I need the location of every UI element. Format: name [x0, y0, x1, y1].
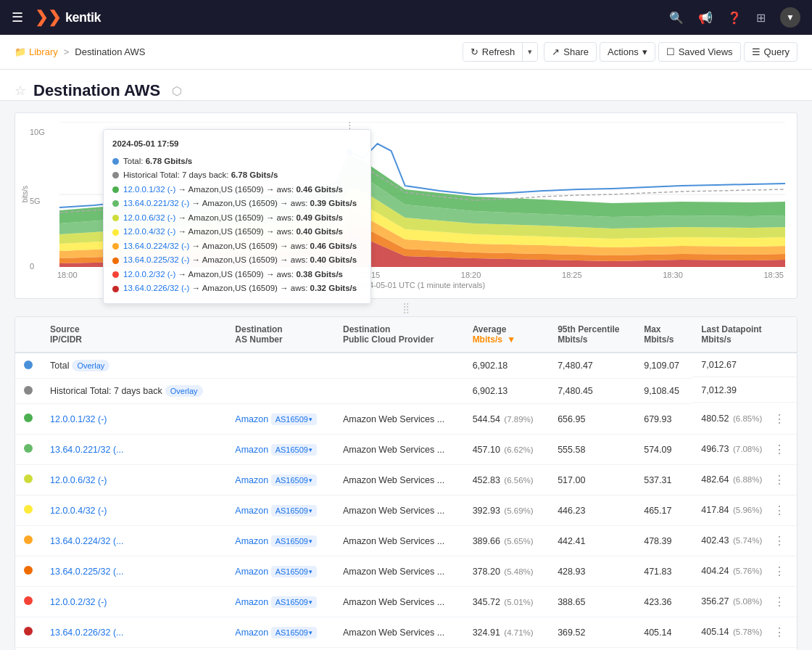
row-source: 12.0.0.4/32 (-)	[41, 495, 226, 526]
table-header-row: SourceIP/CIDR DestinationAS Number Desti…	[15, 317, 797, 353]
as-badge[interactable]: AS16509 ▾	[271, 505, 317, 517]
row-avg: 457.10 (6.62%)	[464, 435, 550, 465]
page-header: ☆ Destination AWS ⬡	[0, 70, 812, 101]
row-dest-provider	[334, 379, 464, 404]
tooltip-timestamp: 2024-05-01 17:59	[112, 137, 362, 152]
dest-as-link[interactable]: Amazon	[235, 536, 268, 546]
row-source: 13.64.0.224/32 (...	[41, 526, 226, 556]
search-icon[interactable]: 🔍	[669, 11, 684, 25]
as-badge[interactable]: AS16509 ▾	[271, 627, 317, 638]
dest-as-link[interactable]: Amazon	[235, 628, 268, 638]
actions-button[interactable]: Actions ▾	[600, 42, 655, 62]
actions-label: Actions	[608, 46, 639, 57]
tooltip-link-6[interactable]: 13.64.0.225/32 (-)	[123, 255, 189, 264]
library-link[interactable]: 📁 Library	[14, 46, 58, 57]
source-link[interactable]: 12.0.0.2/32 (-)	[50, 597, 107, 607]
refresh-dropdown-button[interactable]: ▾	[522, 43, 537, 61]
row-avg: 544.54 (7.89%)	[464, 404, 550, 435]
dest-as-link[interactable]: Amazon	[235, 445, 268, 455]
grid-icon[interactable]: ⊞	[756, 11, 766, 25]
row-menu-button[interactable]: ⋮	[771, 593, 788, 610]
tooltip-link-3[interactable]: 12.0.0.6/32 (-)	[123, 213, 175, 222]
chart-area: 2024-05-01 17:59 Total: 6.78 Gbits/s His…	[59, 122, 785, 269]
table-row: 12.0.0.4/32 (-)Amazon AS16509 ▾Amazon We…	[15, 495, 797, 526]
source-link[interactable]: 13.64.0.224/32 (...	[50, 536, 123, 546]
x-label-1825: 18:25	[562, 271, 582, 279]
tooltip-row-1: 12.0.0.1/32 (-) → Amazon,US (16509) → aw…	[112, 183, 362, 197]
row-dest-as: Amazon AS16509 ▾	[226, 556, 334, 587]
avg-pct: (5.01%)	[504, 598, 533, 606]
tooltip-link-5[interactable]: 13.64.0.224/32 (-)	[123, 242, 189, 250]
row-menu-button[interactable]: ⋮	[771, 441, 788, 458]
tooltip-link-2[interactable]: 13.64.0.221/32 (-)	[123, 199, 189, 207]
row-last: 480.52 (6.85%)⋮	[692, 404, 797, 435]
hamburger-icon[interactable]: ☰	[12, 9, 23, 25]
source-link[interactable]: 13.64.0.226/32 (...	[50, 628, 123, 638]
as-badge[interactable]: AS16509 ▾	[271, 444, 317, 456]
row-menu-button[interactable]: ⋮	[771, 411, 788, 427]
source-link[interactable]: 12.0.0.6/32 (-)	[50, 475, 107, 485]
saved-views-label: Saved Views	[679, 46, 733, 57]
row-menu-button[interactable]: ⋮	[771, 502, 788, 519]
favorite-icon[interactable]: ☆	[14, 83, 26, 99]
as-badge[interactable]: AS16509 ▾	[271, 596, 317, 608]
row-last: 7,012.39	[692, 379, 797, 403]
share-button[interactable]: ↗ Share	[544, 42, 597, 62]
source-link[interactable]: 13.64.0.225/32 (...	[50, 567, 123, 577]
last-pct: (5.78%)	[733, 628, 762, 636]
as-badge[interactable]: AS16509 ▾	[271, 535, 317, 547]
tooltip-link-7[interactable]: 12.0.0.2/32 (-)	[123, 270, 175, 279]
source-link[interactable]: 13.64.0.221/32 (...	[50, 445, 123, 455]
tooltip-dot-total	[112, 158, 119, 165]
refresh-button[interactable]: ↻ Refresh	[463, 43, 523, 61]
tooltip-link-1[interactable]: 12.0.0.1/32 (-)	[123, 185, 175, 194]
row-last: 7,012.67	[692, 353, 797, 377]
kentik-logo-text: kentik	[65, 10, 101, 25]
tooltip-link-8[interactable]: 13.64.0.226/32 (-)	[123, 284, 189, 292]
row-source: 12.0.0.6/32 (-)	[41, 465, 226, 495]
row-source: TotalOverlay	[41, 353, 226, 379]
row-p95: 373.11	[549, 648, 635, 651]
chart-container: 10G 5G 0 bits/s	[14, 112, 798, 299]
dest-as-link[interactable]: Amazon	[235, 414, 268, 424]
row-dest-as: Amazon AS16509 ▾	[226, 404, 334, 435]
dest-as-link[interactable]: Amazon	[235, 506, 268, 516]
share-small-icon[interactable]: ⬡	[172, 84, 182, 98]
row-avg: 452.83 (6.56%)	[464, 465, 550, 495]
row-last: 402.43 (5.74%)⋮	[692, 526, 797, 556]
saved-views-button[interactable]: ☐ Saved Views	[658, 42, 741, 62]
dest-as-link[interactable]: Amazon	[235, 597, 268, 607]
row-menu-button[interactable]: ⋮	[771, 563, 788, 580]
user-avatar[interactable]: ▼	[780, 7, 800, 28]
dest-as-link[interactable]: Amazon	[235, 475, 268, 485]
th-avg[interactable]: AverageMbits/s ▼	[464, 317, 550, 353]
bell-icon[interactable]: 📢	[698, 11, 713, 25]
row-max: 405.14	[635, 617, 692, 648]
breadcrumb-bar: 📁 Library > Destination AWS ↻ Refresh ▾ …	[0, 35, 812, 70]
avg-pct: (6.62%)	[504, 445, 533, 454]
row-dest-provider: Amazon Web Services ...	[334, 495, 464, 526]
row-menu-button[interactable]: ⋮	[771, 624, 788, 641]
help-icon[interactable]: ❓	[727, 11, 742, 25]
tooltip-link-4[interactable]: 12.0.0.4/32 (-)	[123, 227, 175, 236]
row-color-dot	[24, 414, 33, 422]
row-last: 373.11 (5.32%)⋮	[692, 648, 797, 651]
refresh-label: Refresh	[482, 46, 515, 57]
avg-pct: (7.89%)	[504, 415, 533, 424]
source-link[interactable]: 12.0.0.1/32 (-)	[50, 414, 107, 424]
as-badge[interactable]: AS16509 ▾	[271, 566, 317, 577]
query-button[interactable]: ☰ Query	[744, 42, 798, 62]
tooltip-row-5: 13.64.0.224/32 (-) → Amazon,US (16509) →…	[112, 239, 362, 254]
dest-as-link[interactable]: Amazon	[235, 567, 268, 577]
row-color-dot	[24, 535, 33, 544]
as-badge[interactable]: AS16509 ▾	[271, 474, 317, 486]
row-menu-button[interactable]: ⋮	[771, 472, 788, 488]
library-label[interactable]: Library	[29, 46, 58, 57]
refresh-group: ↻ Refresh ▾	[463, 42, 539, 62]
source-link[interactable]: 12.0.0.4/32 (-)	[50, 506, 107, 516]
row-avg: 389.66 (5.65%)	[464, 526, 550, 556]
avg-pct: (6.56%)	[504, 476, 533, 485]
as-badge[interactable]: AS16509 ▾	[271, 414, 317, 425]
row-menu-button[interactable]: ⋮	[771, 532, 788, 549]
logo: ❯❯ kentik	[35, 8, 101, 27]
